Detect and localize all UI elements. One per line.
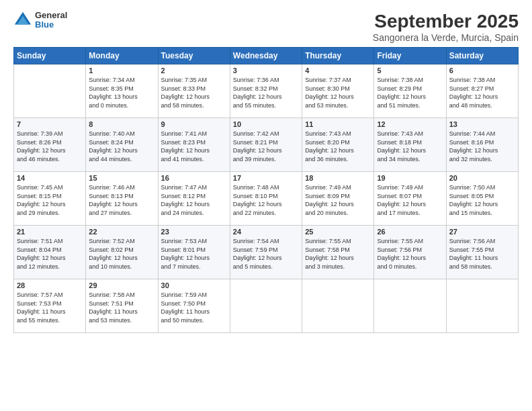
month-title: September 2025 (373, 11, 519, 32)
day-info: Sunrise: 7:39 AM Sunset: 8:26 PM Dayligh… (17, 130, 83, 163)
logo-text: General Blue (35, 11, 67, 30)
page-header: General Blue September 2025 Sangonera la… (13, 11, 519, 43)
calendar-page: General Blue September 2025 Sangonera la… (0, 0, 532, 411)
day-number: 19 (377, 174, 443, 182)
day-number: 7 (17, 120, 83, 128)
day-number: 6 (449, 66, 515, 75)
day-number: 5 (377, 66, 443, 75)
day-number: 11 (305, 120, 371, 128)
day-info: Sunrise: 7:38 AM Sunset: 8:27 PM Dayligh… (449, 76, 515, 109)
calendar-cell: 19Sunrise: 7:49 AM Sunset: 8:07 PM Dayli… (374, 172, 446, 226)
calendar-cell: 5Sunrise: 7:38 AM Sunset: 8:29 PM Daylig… (374, 64, 446, 118)
day-number: 8 (89, 120, 154, 128)
day-number: 24 (233, 228, 299, 236)
day-info: Sunrise: 7:44 AM Sunset: 8:16 PM Dayligh… (449, 130, 515, 163)
calendar-cell: 12Sunrise: 7:43 AM Sunset: 8:18 PM Dayli… (374, 118, 446, 172)
day-number: 4 (305, 66, 371, 75)
day-number: 21 (17, 228, 83, 236)
day-number: 27 (449, 228, 515, 236)
day-info: Sunrise: 7:55 AM Sunset: 7:56 PM Dayligh… (377, 237, 443, 271)
calendar-week-2: 7Sunrise: 7:39 AM Sunset: 8:26 PM Daylig… (14, 118, 519, 172)
calendar-cell: 4Sunrise: 7:37 AM Sunset: 8:30 PM Daylig… (302, 64, 374, 118)
day-info: Sunrise: 7:57 AM Sunset: 7:53 PM Dayligh… (17, 291, 83, 324)
calendar-cell: 13Sunrise: 7:44 AM Sunset: 8:16 PM Dayli… (446, 118, 518, 172)
day-number: 17 (233, 174, 299, 182)
calendar-cell (230, 279, 302, 333)
calendar-cell: 11Sunrise: 7:43 AM Sunset: 8:20 PM Dayli… (302, 118, 374, 172)
day-info: Sunrise: 7:51 AM Sunset: 8:04 PM Dayligh… (17, 237, 83, 271)
day-info: Sunrise: 7:35 AM Sunset: 8:33 PM Dayligh… (161, 76, 227, 109)
calendar-cell (14, 64, 86, 118)
col-saturday: Saturday (446, 48, 518, 64)
day-info: Sunrise: 7:49 AM Sunset: 8:09 PM Dayligh… (305, 183, 371, 217)
day-info: Sunrise: 7:59 AM Sunset: 7:50 PM Dayligh… (161, 291, 227, 324)
day-number: 12 (377, 120, 443, 128)
col-friday: Friday (374, 48, 446, 64)
calendar-cell: 21Sunrise: 7:51 AM Sunset: 8:04 PM Dayli… (14, 226, 86, 279)
day-info: Sunrise: 7:47 AM Sunset: 8:12 PM Dayligh… (161, 183, 227, 217)
calendar-cell: 18Sunrise: 7:49 AM Sunset: 8:09 PM Dayli… (302, 172, 374, 226)
day-number: 2 (161, 66, 227, 75)
day-info: Sunrise: 7:55 AM Sunset: 7:58 PM Dayligh… (305, 237, 371, 271)
day-number: 26 (377, 228, 443, 236)
day-info: Sunrise: 7:56 AM Sunset: 7:55 PM Dayligh… (449, 237, 515, 271)
calendar-cell: 23Sunrise: 7:53 AM Sunset: 8:01 PM Dayli… (158, 226, 230, 279)
col-tuesday: Tuesday (158, 48, 230, 64)
day-info: Sunrise: 7:58 AM Sunset: 7:51 PM Dayligh… (89, 291, 154, 324)
col-wednesday: Wednesday (230, 48, 302, 64)
calendar-cell: 3Sunrise: 7:36 AM Sunset: 8:32 PM Daylig… (230, 64, 302, 118)
calendar-table: Sunday Monday Tuesday Wednesday Thursday… (13, 47, 519, 333)
calendar-cell: 22Sunrise: 7:52 AM Sunset: 8:02 PM Dayli… (86, 226, 158, 279)
col-monday: Monday (86, 48, 158, 64)
day-info: Sunrise: 7:38 AM Sunset: 8:29 PM Dayligh… (377, 76, 443, 109)
day-info: Sunrise: 7:40 AM Sunset: 8:24 PM Dayligh… (89, 130, 154, 163)
day-number: 29 (89, 281, 154, 289)
calendar-week-5: 28Sunrise: 7:57 AM Sunset: 7:53 PM Dayli… (14, 279, 519, 333)
day-info: Sunrise: 7:43 AM Sunset: 8:20 PM Dayligh… (305, 130, 371, 163)
day-number: 1 (89, 66, 154, 75)
calendar-cell: 20Sunrise: 7:50 AM Sunset: 8:05 PM Dayli… (446, 172, 518, 226)
day-number: 22 (89, 228, 154, 236)
day-number: 20 (449, 174, 515, 182)
day-info: Sunrise: 7:41 AM Sunset: 8:23 PM Dayligh… (161, 130, 227, 163)
calendar-cell: 2Sunrise: 7:35 AM Sunset: 8:33 PM Daylig… (158, 64, 230, 118)
calendar-cell: 14Sunrise: 7:45 AM Sunset: 8:15 PM Dayli… (14, 172, 86, 226)
day-number: 28 (17, 281, 83, 289)
calendar-cell: 27Sunrise: 7:56 AM Sunset: 7:55 PM Dayli… (446, 226, 518, 279)
calendar-cell: 9Sunrise: 7:41 AM Sunset: 8:23 PM Daylig… (158, 118, 230, 172)
day-info: Sunrise: 7:45 AM Sunset: 8:15 PM Dayligh… (17, 183, 83, 217)
calendar-cell: 25Sunrise: 7:55 AM Sunset: 7:58 PM Dayli… (302, 226, 374, 279)
calendar-cell (374, 279, 446, 333)
calendar-cell: 24Sunrise: 7:54 AM Sunset: 7:59 PM Dayli… (230, 226, 302, 279)
calendar-cell: 26Sunrise: 7:55 AM Sunset: 7:56 PM Dayli… (374, 226, 446, 279)
day-info: Sunrise: 7:46 AM Sunset: 8:13 PM Dayligh… (89, 183, 154, 217)
col-sunday: Sunday (14, 48, 86, 64)
day-number: 14 (17, 174, 83, 182)
logo-general: General (35, 11, 67, 20)
day-info: Sunrise: 7:48 AM Sunset: 8:10 PM Dayligh… (233, 183, 299, 217)
day-info: Sunrise: 7:43 AM Sunset: 8:18 PM Dayligh… (377, 130, 443, 163)
day-info: Sunrise: 7:50 AM Sunset: 8:05 PM Dayligh… (449, 183, 515, 217)
calendar-cell: 7Sunrise: 7:39 AM Sunset: 8:26 PM Daylig… (14, 118, 86, 172)
day-number: 23 (161, 228, 227, 236)
calendar-cell: 29Sunrise: 7:58 AM Sunset: 7:51 PM Dayli… (86, 279, 158, 333)
calendar-cell: 1Sunrise: 7:34 AM Sunset: 8:35 PM Daylig… (86, 64, 158, 118)
calendar-cell: 16Sunrise: 7:47 AM Sunset: 8:12 PM Dayli… (158, 172, 230, 226)
day-number: 16 (161, 174, 227, 182)
calendar-week-3: 14Sunrise: 7:45 AM Sunset: 8:15 PM Dayli… (14, 172, 519, 226)
calendar-cell (302, 279, 374, 333)
day-number: 18 (305, 174, 371, 182)
calendar-cell: 17Sunrise: 7:48 AM Sunset: 8:10 PM Dayli… (230, 172, 302, 226)
calendar-cell (446, 279, 518, 333)
header-row: Sunday Monday Tuesday Wednesday Thursday… (14, 48, 519, 64)
title-block: September 2025 Sangonera la Verde, Murci… (373, 11, 519, 43)
logo-icon (13, 11, 32, 30)
col-thursday: Thursday (302, 48, 374, 64)
logo-blue: Blue (35, 20, 67, 30)
day-number: 10 (233, 120, 299, 128)
calendar-cell: 30Sunrise: 7:59 AM Sunset: 7:50 PM Dayli… (158, 279, 230, 333)
day-number: 3 (233, 66, 299, 75)
calendar-cell: 10Sunrise: 7:42 AM Sunset: 8:21 PM Dayli… (230, 118, 302, 172)
day-info: Sunrise: 7:49 AM Sunset: 8:07 PM Dayligh… (377, 183, 443, 217)
day-info: Sunrise: 7:53 AM Sunset: 8:01 PM Dayligh… (161, 237, 227, 271)
